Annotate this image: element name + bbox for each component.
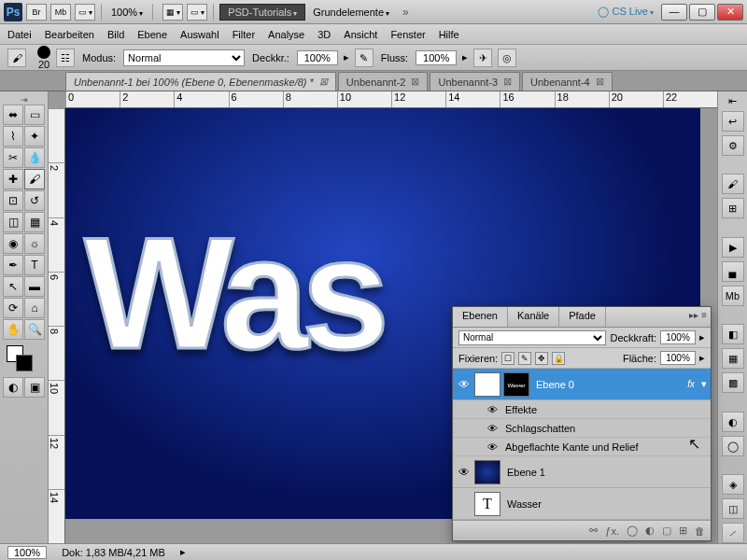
- collapse-icon[interactable]: ⇥: [3, 95, 45, 105]
- menu-ebene[interactable]: Ebene: [137, 29, 167, 40]
- history-icon[interactable]: ↩: [722, 111, 744, 132]
- screenmode2-icon[interactable]: ▭: [187, 4, 207, 21]
- eyedropper-tool[interactable]: 💧: [24, 147, 45, 168]
- close-button[interactable]: ✕: [717, 4, 743, 21]
- doc-tab-3[interactable]: Unbenannt-3⊠: [430, 72, 520, 91]
- menu-bearbeiten[interactable]: Bearbeiten: [45, 29, 94, 40]
- adjust-icon[interactable]: ◐: [722, 412, 744, 432]
- brush-tool[interactable]: 🖌: [24, 169, 45, 189]
- pressure-opacity-icon[interactable]: ✎: [355, 49, 374, 67]
- lock-move-icon[interactable]: ✥: [535, 352, 548, 365]
- wand-tool[interactable]: ✦: [24, 126, 45, 147]
- flow-arrow-icon[interactable]: ▸: [462, 51, 468, 63]
- hand-tool[interactable]: ✋: [3, 319, 23, 340]
- lasso-tool[interactable]: ⌇: [3, 126, 23, 147]
- workspace-doc[interactable]: Grundelemente: [305, 5, 397, 20]
- effect-item[interactable]: 👁Abgeflachte Kante und Relief: [453, 438, 711, 456]
- layer-thumb[interactable]: [474, 460, 500, 484]
- quickmask-icon[interactable]: ◐: [3, 377, 23, 398]
- close-icon[interactable]: ⊠: [319, 76, 328, 88]
- ruler-horizontal[interactable]: 0246810121416182022: [65, 91, 717, 108]
- adjustment-icon[interactable]: ◐: [645, 525, 655, 537]
- flow-input[interactable]: 100%: [416, 50, 457, 65]
- layer-name[interactable]: Wasser: [503, 498, 707, 510]
- shape-tool[interactable]: ▬: [24, 276, 45, 297]
- 3d-tool[interactable]: ⟳: [3, 298, 23, 318]
- fx-badge[interactable]: fx: [687, 379, 695, 389]
- link-icon[interactable]: ⚯: [589, 525, 598, 537]
- styles-icon[interactable]: ▩: [722, 372, 744, 393]
- swatches-icon[interactable]: ▦: [722, 348, 744, 369]
- channels-icon[interactable]: ◫: [722, 498, 744, 519]
- chevron-down-icon[interactable]: ▾: [701, 378, 707, 390]
- actions-icon[interactable]: ⚙: [722, 135, 744, 156]
- blur-tool[interactable]: ◉: [3, 233, 23, 254]
- zoom-dropdown[interactable]: 100%: [111, 7, 143, 18]
- layer-row[interactable]: 👁 Ebene 1: [453, 456, 711, 488]
- visibility-icon[interactable]: 👁: [485, 423, 500, 434]
- brushes-icon[interactable]: 🖌: [722, 174, 744, 194]
- stamp-tool[interactable]: ⊡: [3, 190, 23, 211]
- layer-blend-select[interactable]: Normal: [458, 330, 606, 345]
- fx-icon[interactable]: ƒx.: [605, 525, 619, 537]
- color-icon[interactable]: ◧: [722, 324, 744, 344]
- menu-analyse[interactable]: Analyse: [268, 29, 304, 40]
- type-tool[interactable]: T: [24, 255, 45, 275]
- menu-datei[interactable]: Datei: [7, 29, 32, 40]
- tab-kanaele[interactable]: Kanäle: [508, 307, 559, 327]
- marquee-tool[interactable]: ▭: [24, 105, 45, 125]
- minibridge-icon[interactable]: Mb: [50, 4, 71, 21]
- status-arrow-icon[interactable]: ▸: [180, 546, 186, 558]
- app-icon[interactable]: Ps: [4, 3, 22, 21]
- pen-tool[interactable]: ✒: [3, 255, 23, 275]
- layer-thumb[interactable]: T: [474, 492, 500, 516]
- screen-mode-icon[interactable]: ▭: [75, 4, 95, 21]
- layers-icon[interactable]: ◈: [722, 474, 744, 495]
- menu-filter[interactable]: Filter: [233, 29, 255, 40]
- navigator-icon[interactable]: ▶: [722, 237, 744, 258]
- bridge-icon[interactable]: Br: [26, 4, 47, 21]
- menu-fenster[interactable]: Fenster: [390, 29, 425, 40]
- tool-preset-icon[interactable]: 🖌: [7, 49, 26, 67]
- layer-row[interactable]: T Wasser: [453, 488, 711, 520]
- color-swatch[interactable]: [3, 345, 45, 373]
- mask-thumb[interactable]: Was•er: [503, 372, 529, 397]
- arrange-docs-icon[interactable]: ▦: [162, 4, 183, 21]
- visibility-icon[interactable]: 👁: [457, 466, 472, 479]
- visibility-icon[interactable]: 👁: [457, 378, 472, 391]
- opacity-input[interactable]: 100%: [297, 50, 338, 65]
- clone-icon[interactable]: ⊞: [722, 198, 744, 218]
- dodge-tool[interactable]: ☼: [24, 233, 45, 254]
- doc-tab-4[interactable]: Unbenannt-4⊠: [522, 72, 613, 91]
- path-tool[interactable]: ↖: [3, 276, 23, 297]
- brush-preset[interactable]: 20: [37, 46, 50, 70]
- cs-live-button[interactable]: CS Live: [598, 6, 654, 18]
- doc-tab-2[interactable]: Unbenannt-2⊠: [338, 72, 429, 91]
- zoom-tool[interactable]: 🔍: [24, 319, 45, 340]
- effect-item[interactable]: 👁Schlagschatten: [453, 419, 711, 438]
- heal-tool[interactable]: ✚: [3, 169, 23, 189]
- layer-row[interactable]: 👁 Was•er Ebene 0 fx ▾: [453, 369, 711, 400]
- minibridge2-icon[interactable]: Mb: [722, 286, 744, 306]
- menu-ansicht[interactable]: Ansicht: [344, 29, 377, 40]
- tab-pfade[interactable]: Pfade: [559, 307, 606, 327]
- tab-ebenen[interactable]: Ebenen: [453, 307, 508, 327]
- effects-row[interactable]: 👁Effekte: [453, 400, 711, 419]
- lock-paint-icon[interactable]: ✎: [518, 352, 531, 365]
- panel-menu-icon[interactable]: ▸▸ ≡: [689, 310, 707, 320]
- camera-tool[interactable]: ⌂: [24, 298, 45, 318]
- visibility-icon[interactable]: 👁: [485, 404, 500, 415]
- workspace-brand[interactable]: PSD-Tutorials: [219, 4, 305, 21]
- arrow-icon[interactable]: ▸: [699, 352, 705, 364]
- close-icon[interactable]: ⊠: [596, 76, 604, 88]
- maximize-button[interactable]: ▢: [689, 4, 715, 21]
- close-icon[interactable]: ⊠: [411, 76, 419, 88]
- trash-icon[interactable]: 🗑: [695, 525, 705, 537]
- move-tool[interactable]: ⬌: [3, 105, 23, 125]
- arrow-icon[interactable]: ▸: [699, 331, 705, 343]
- doc-tab-1[interactable]: Unbenannt-1 bei 100% (Ebene 0, Ebenenmas…: [65, 72, 336, 91]
- mask-icon[interactable]: ◯: [627, 525, 638, 537]
- layer-name[interactable]: Ebene 1: [503, 467, 707, 478]
- new-layer-icon[interactable]: ⊞: [679, 525, 687, 537]
- screenmode-icon[interactable]: ▣: [24, 377, 45, 398]
